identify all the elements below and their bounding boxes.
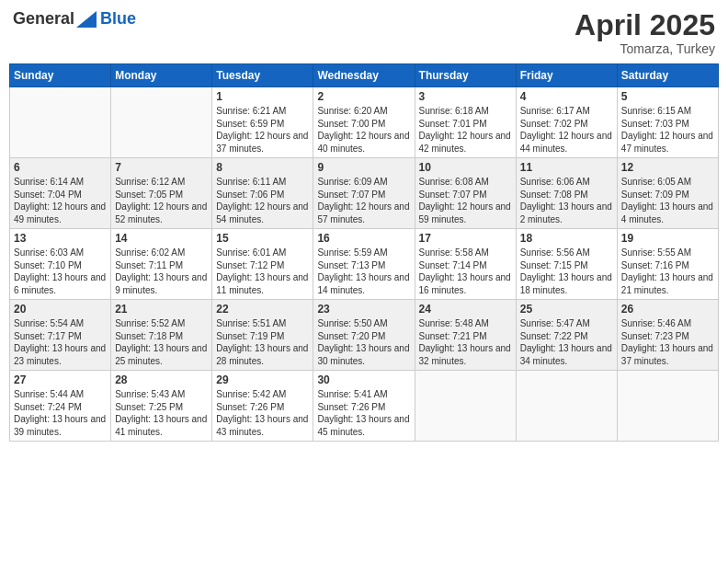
- day-number: 16: [317, 232, 410, 245]
- page-header: General Blue April 2025 Tomarza, Turkey: [9, 9, 719, 56]
- cell-info: Sunrise: 5:46 AM Sunset: 7:23 PM Dayligh…: [621, 317, 714, 367]
- cell-info: Sunrise: 6:08 AM Sunset: 7:07 PM Dayligh…: [419, 176, 512, 225]
- cell-info: Sunrise: 6:20 AM Sunset: 7:00 PM Dayligh…: [317, 105, 410, 155]
- day-number: 27: [14, 373, 107, 386]
- calendar-cell: 27Sunrise: 5:44 AM Sunset: 7:24 PM Dayli…: [10, 371, 111, 442]
- day-number: 28: [115, 373, 208, 386]
- day-number: 29: [216, 373, 309, 386]
- calendar-cell: [415, 371, 516, 442]
- day-number: 18: [520, 232, 613, 245]
- cell-info: Sunrise: 5:41 AM Sunset: 7:26 PM Dayligh…: [317, 388, 410, 438]
- weekday-header-tuesday: Tuesday: [212, 64, 313, 87]
- weekday-header-wednesday: Wednesday: [313, 64, 415, 87]
- weekday-header-friday: Friday: [516, 64, 617, 87]
- day-number: 2: [317, 90, 410, 103]
- calendar-week-row: 27Sunrise: 5:44 AM Sunset: 7:24 PM Dayli…: [10, 371, 719, 442]
- day-number: 26: [621, 303, 714, 316]
- cell-info: Sunrise: 6:11 AM Sunset: 7:06 PM Dayligh…: [216, 176, 309, 225]
- calendar-cell: 10Sunrise: 6:08 AM Sunset: 7:07 PM Dayli…: [415, 158, 516, 229]
- day-number: 4: [520, 90, 613, 103]
- calendar-cell: 16Sunrise: 5:59 AM Sunset: 7:13 PM Dayli…: [313, 229, 415, 300]
- cell-info: Sunrise: 5:42 AM Sunset: 7:26 PM Dayligh…: [216, 388, 309, 438]
- day-number: 22: [216, 303, 309, 316]
- cell-info: Sunrise: 6:18 AM Sunset: 7:01 PM Dayligh…: [419, 105, 512, 155]
- calendar-cell: 9Sunrise: 6:09 AM Sunset: 7:07 PM Daylig…: [313, 158, 415, 229]
- cell-info: Sunrise: 6:05 AM Sunset: 7:09 PM Dayligh…: [621, 176, 714, 225]
- calendar-cell: 25Sunrise: 5:47 AM Sunset: 7:22 PM Dayli…: [516, 300, 617, 371]
- calendar-cell: 30Sunrise: 5:41 AM Sunset: 7:26 PM Dayli…: [313, 371, 415, 442]
- month-title: April 2025: [574, 9, 715, 41]
- weekday-header-monday: Monday: [111, 64, 212, 87]
- location-title: Tomarza, Turkey: [574, 41, 715, 56]
- weekday-header-thursday: Thursday: [415, 64, 516, 87]
- day-number: 10: [419, 161, 512, 174]
- day-number: 13: [14, 232, 107, 245]
- calendar-cell: 4Sunrise: 6:17 AM Sunset: 7:02 PM Daylig…: [516, 87, 617, 158]
- day-number: 24: [419, 303, 512, 316]
- svg-marker-0: [76, 11, 97, 28]
- calendar-cell: 7Sunrise: 6:12 AM Sunset: 7:05 PM Daylig…: [111, 158, 212, 229]
- day-number: 14: [115, 232, 208, 245]
- calendar-cell: 8Sunrise: 6:11 AM Sunset: 7:06 PM Daylig…: [212, 158, 313, 229]
- day-number: 19: [621, 232, 714, 245]
- cell-info: Sunrise: 6:02 AM Sunset: 7:11 PM Dayligh…: [115, 247, 208, 296]
- logo: General Blue: [13, 9, 136, 29]
- cell-info: Sunrise: 6:15 AM Sunset: 7:03 PM Dayligh…: [621, 105, 714, 155]
- calendar-cell: 19Sunrise: 5:55 AM Sunset: 7:16 PM Dayli…: [617, 229, 718, 300]
- calendar-cell: 24Sunrise: 5:48 AM Sunset: 7:21 PM Dayli…: [415, 300, 516, 371]
- cell-info: Sunrise: 6:06 AM Sunset: 7:08 PM Dayligh…: [520, 176, 613, 225]
- calendar-cell: 26Sunrise: 5:46 AM Sunset: 7:23 PM Dayli…: [617, 300, 718, 371]
- logo-icon: [76, 11, 97, 28]
- day-number: 25: [520, 303, 613, 316]
- cell-info: Sunrise: 6:03 AM Sunset: 7:10 PM Dayligh…: [14, 247, 107, 296]
- cell-info: Sunrise: 5:54 AM Sunset: 7:17 PM Dayligh…: [14, 317, 107, 367]
- cell-info: Sunrise: 6:01 AM Sunset: 7:12 PM Dayligh…: [216, 247, 309, 296]
- cell-info: Sunrise: 5:52 AM Sunset: 7:18 PM Dayligh…: [115, 317, 208, 367]
- cell-info: Sunrise: 6:17 AM Sunset: 7:02 PM Dayligh…: [520, 105, 613, 155]
- weekday-header-saturday: Saturday: [617, 64, 718, 87]
- calendar-cell: [10, 87, 111, 158]
- logo-blue: Blue: [100, 9, 136, 29]
- calendar-cell: 3Sunrise: 6:18 AM Sunset: 7:01 PM Daylig…: [415, 87, 516, 158]
- calendar-week-row: 20Sunrise: 5:54 AM Sunset: 7:17 PM Dayli…: [10, 300, 719, 371]
- calendar-cell: 1Sunrise: 6:21 AM Sunset: 6:59 PM Daylig…: [212, 87, 313, 158]
- cell-info: Sunrise: 6:14 AM Sunset: 7:04 PM Dayligh…: [14, 176, 107, 225]
- calendar-cell: 20Sunrise: 5:54 AM Sunset: 7:17 PM Dayli…: [10, 300, 111, 371]
- calendar-cell: 13Sunrise: 6:03 AM Sunset: 7:10 PM Dayli…: [10, 229, 111, 300]
- day-number: 9: [317, 161, 410, 174]
- day-number: 30: [317, 373, 410, 386]
- day-number: 8: [216, 161, 309, 174]
- logo-general: General: [13, 9, 74, 29]
- calendar-cell: [617, 371, 718, 442]
- cell-info: Sunrise: 6:21 AM Sunset: 6:59 PM Dayligh…: [216, 105, 309, 155]
- calendar-week-row: 13Sunrise: 6:03 AM Sunset: 7:10 PM Dayli…: [10, 229, 719, 300]
- calendar-cell: 21Sunrise: 5:52 AM Sunset: 7:18 PM Dayli…: [111, 300, 212, 371]
- calendar-cell: 22Sunrise: 5:51 AM Sunset: 7:19 PM Dayli…: [212, 300, 313, 371]
- day-number: 3: [419, 90, 512, 103]
- day-number: 23: [317, 303, 410, 316]
- weekday-header-sunday: Sunday: [10, 64, 111, 87]
- cell-info: Sunrise: 5:47 AM Sunset: 7:22 PM Dayligh…: [520, 317, 613, 367]
- calendar-cell: 28Sunrise: 5:43 AM Sunset: 7:25 PM Dayli…: [111, 371, 212, 442]
- calendar-cell: [111, 87, 212, 158]
- cell-info: Sunrise: 5:50 AM Sunset: 7:20 PM Dayligh…: [317, 317, 410, 367]
- calendar-cell: 6Sunrise: 6:14 AM Sunset: 7:04 PM Daylig…: [10, 158, 111, 229]
- cell-info: Sunrise: 5:48 AM Sunset: 7:21 PM Dayligh…: [419, 317, 512, 367]
- calendar-week-row: 6Sunrise: 6:14 AM Sunset: 7:04 PM Daylig…: [10, 158, 719, 229]
- calendar-cell: 12Sunrise: 6:05 AM Sunset: 7:09 PM Dayli…: [617, 158, 718, 229]
- cell-info: Sunrise: 5:55 AM Sunset: 7:16 PM Dayligh…: [621, 247, 714, 296]
- cell-info: Sunrise: 5:59 AM Sunset: 7:13 PM Dayligh…: [317, 247, 410, 296]
- weekday-header-row: SundayMondayTuesdayWednesdayThursdayFrid…: [10, 64, 719, 87]
- day-number: 21: [115, 303, 208, 316]
- cell-info: Sunrise: 5:43 AM Sunset: 7:25 PM Dayligh…: [115, 388, 208, 438]
- title-block: April 2025 Tomarza, Turkey: [574, 9, 715, 56]
- calendar-cell: 5Sunrise: 6:15 AM Sunset: 7:03 PM Daylig…: [617, 87, 718, 158]
- cell-info: Sunrise: 6:09 AM Sunset: 7:07 PM Dayligh…: [317, 176, 410, 225]
- day-number: 20: [14, 303, 107, 316]
- day-number: 17: [419, 232, 512, 245]
- day-number: 6: [14, 161, 107, 174]
- day-number: 7: [115, 161, 208, 174]
- cell-info: Sunrise: 6:12 AM Sunset: 7:05 PM Dayligh…: [115, 176, 208, 225]
- calendar-table: SundayMondayTuesdayWednesdayThursdayFrid…: [9, 63, 719, 442]
- cell-info: Sunrise: 5:44 AM Sunset: 7:24 PM Dayligh…: [14, 388, 107, 438]
